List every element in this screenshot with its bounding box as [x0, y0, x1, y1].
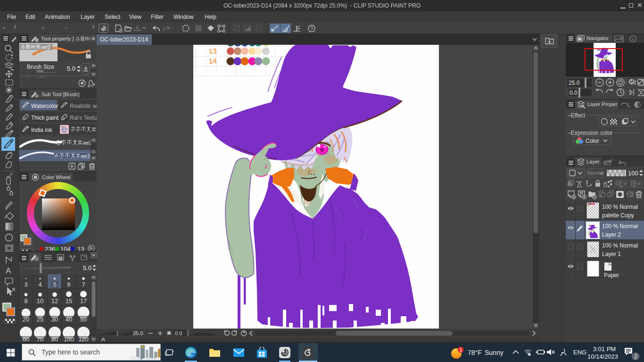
svg-text:10: 10 [37, 297, 43, 304]
svg-text:80: 80 [51, 336, 58, 342]
svg-text:2: 2 [635, 354, 637, 359]
svg-text:3: 3 [24, 281, 27, 288]
svg-text:13: 13 [208, 47, 217, 55]
svg-text:50: 50 [80, 316, 87, 323]
svg-text:8: 8 [24, 297, 27, 304]
svg-text:0.0: 0.0 [175, 330, 182, 336]
svg-text:14: 14 [208, 57, 217, 65]
svg-text:120: 120 [78, 336, 89, 342]
svg-text:A: A [6, 266, 11, 275]
svg-text:40: 40 [66, 316, 72, 323]
svg-text:25: 25 [37, 316, 43, 323]
svg-text:60: 60 [23, 336, 29, 342]
svg-text:17: 17 [80, 297, 87, 304]
svg-text:70: 70 [37, 336, 43, 342]
svg-text:25.0: 25.0 [133, 330, 143, 336]
svg-text:?: ? [310, 26, 313, 32]
svg-text:30: 30 [51, 316, 58, 323]
svg-text:5: 5 [53, 281, 56, 288]
svg-text:ver2: ver2 [81, 154, 90, 159]
svg-text:15: 15 [66, 297, 72, 304]
svg-text:7: 7 [82, 281, 85, 288]
svg-text:Color: Color [586, 138, 599, 144]
svg-text:ver2: ver2 [83, 140, 91, 146]
svg-text:1: 1 [460, 347, 462, 353]
svg-text:12: 12 [51, 297, 58, 304]
svg-text:ver2: ver2 [41, 45, 50, 50]
svg-text:4: 4 [38, 281, 41, 288]
svg-text:6: 6 [67, 281, 70, 288]
svg-text:100: 100 [64, 336, 74, 342]
svg-text:20: 20 [23, 316, 29, 323]
